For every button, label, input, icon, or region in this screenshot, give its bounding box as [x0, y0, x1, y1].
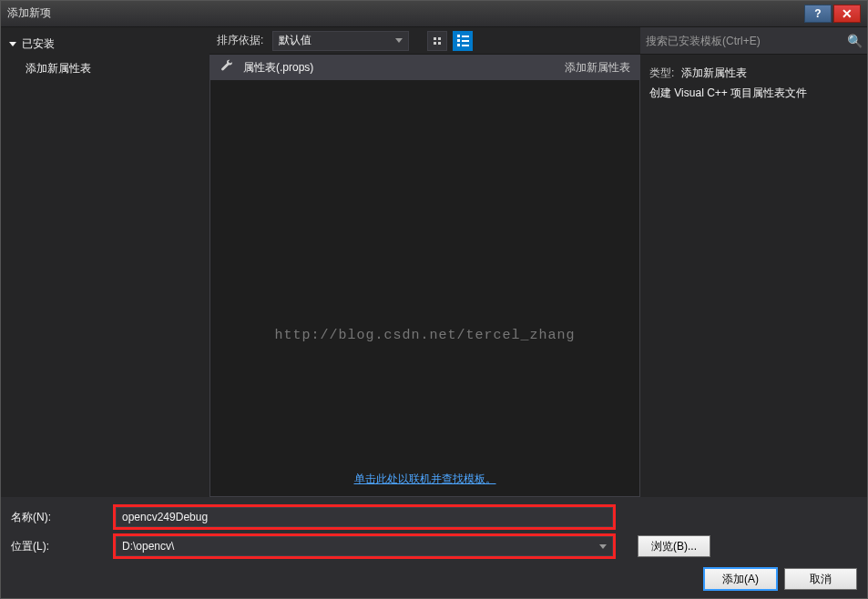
bottom-form: 名称(N): 位置(L): D:\opencv\ 浏览(B)...	[0, 497, 868, 559]
close-button[interactable]: ✕	[833, 5, 861, 23]
search-box[interactable]: 🔍	[640, 27, 868, 55]
info-type-label: 类型:	[649, 66, 674, 79]
info-type-value: 添加新属性表	[681, 66, 747, 79]
grid-icon	[434, 37, 441, 45]
name-highlight	[113, 504, 616, 530]
location-dropdown[interactable]: D:\opencv\	[116, 536, 613, 556]
sort-label: 排序依据:	[217, 33, 263, 48]
right-panel: 🔍 类型: 添加新属性表 创建 Visual C++ 项目属性表文件	[640, 27, 868, 497]
sidebar-item-new-property-sheet[interactable]: 添加新属性表	[0, 56, 209, 82]
online-templates-link-wrap: 单击此处以联机并查找模板。	[210, 472, 639, 487]
chevron-down-icon	[599, 544, 607, 549]
location-value: D:\opencv\	[122, 540, 174, 553]
sort-value: 默认值	[279, 33, 311, 48]
template-name: 属性表(.props)	[243, 60, 556, 76]
location-label: 位置(L):	[11, 539, 109, 554]
browse-button[interactable]: 浏览(B)...	[638, 535, 710, 557]
view-list-button[interactable]	[453, 31, 473, 51]
online-templates-link[interactable]: 单击此处以联机并查找模板。	[354, 472, 496, 485]
template-info: 类型: 添加新属性表 创建 Visual C++ 项目属性表文件	[640, 55, 868, 112]
template-tag: 添加新属性表	[565, 60, 630, 76]
template-item[interactable]: 属性表(.props) 添加新属性表	[210, 55, 639, 80]
search-input[interactable]	[646, 35, 847, 47]
sidebar-item-label: 添加新属性表	[26, 62, 91, 75]
search-icon[interactable]: 🔍	[847, 34, 863, 48]
location-highlight: D:\opencv\	[113, 533, 616, 559]
view-grid-button[interactable]	[427, 31, 447, 51]
sort-dropdown[interactable]: 默认值	[272, 31, 409, 51]
name-input[interactable]	[116, 507, 613, 527]
window-title: 添加新项	[7, 5, 802, 21]
titlebar: 添加新项 ? ✕	[0, 0, 868, 27]
sidebar-category-installed[interactable]: 已安装	[0, 33, 209, 56]
template-list: 属性表(.props) 添加新属性表 http://blog.csdn.net/…	[209, 55, 640, 497]
watermark: http://blog.csdn.net/tercel_zhang	[210, 328, 639, 343]
add-button[interactable]: 添加(A)	[704, 568, 777, 590]
sidebar: 已安装 添加新属性表	[0, 27, 209, 497]
cancel-button[interactable]: 取消	[784, 568, 857, 590]
toolbar: 排序依据: 默认值	[209, 27, 640, 55]
chevron-down-icon	[395, 38, 403, 43]
info-desc: 创建 Visual C++ 项目属性表文件	[649, 84, 859, 104]
name-label: 名称(N):	[11, 510, 109, 525]
list-icon	[457, 35, 469, 46]
help-button[interactable]: ?	[804, 5, 832, 23]
dialog-actions: 添加(A) 取消	[704, 568, 857, 590]
sidebar-category-label: 已安装	[22, 36, 55, 52]
collapse-icon	[9, 42, 16, 46]
wrench-icon	[220, 59, 234, 76]
